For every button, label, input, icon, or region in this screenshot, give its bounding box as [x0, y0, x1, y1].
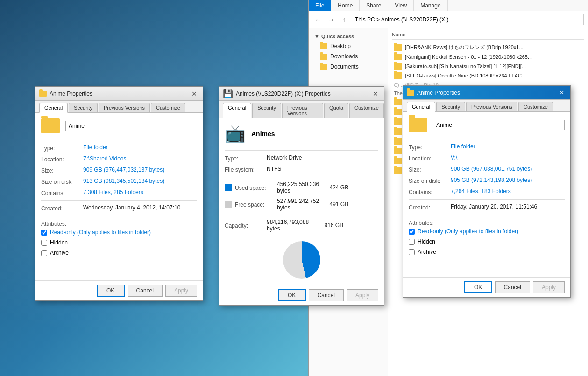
ribbon-tab-file[interactable]: File — [309, 0, 331, 11]
back-button[interactable]: ← — [312, 14, 324, 25]
close-icon[interactable]: ✕ — [371, 89, 380, 98]
dialog-right-title: Anime Properties — [417, 90, 557, 96]
size-on-disk-label: Size on disk: — [409, 177, 451, 184]
capacity-label: Capacity: — [225, 222, 267, 229]
folder-icon — [394, 148, 402, 154]
contains-value: 7,264 Files, 183 Folders — [451, 188, 565, 195]
dialog-middle-tabs: General Security Previous Versions Quota… — [219, 101, 384, 118]
sidebar-item-downloads[interactable]: Downloads — [309, 51, 388, 62]
forward-button[interactable]: → — [326, 14, 337, 25]
created-label: Created: — [409, 203, 451, 211]
capacity-row: Capacity: 984,216,793,088 bytes 916 GB — [225, 219, 378, 232]
archive-checkbox[interactable] — [409, 249, 415, 255]
address-bar[interactable] — [352, 14, 584, 25]
file-name: [Kamigami] Kekkai Sensen - 01 - 12 [1920… — [405, 54, 532, 60]
file-name: [Sakurato.sub] [Sin Nanatsu no Taizai] [… — [405, 63, 526, 69]
list-item[interactable]: [Sakurato.sub] [Sin Nanatsu no Taizai] [… — [392, 62, 584, 71]
dialog-middle-body: 📺 Animes Type: Network Drive File system… — [219, 118, 384, 285]
created-label: Created: — [41, 204, 83, 212]
hidden-label: Hidden — [418, 238, 435, 245]
close-icon[interactable]: ✕ — [557, 88, 567, 97]
tab-customize-right[interactable]: Customize — [518, 102, 553, 111]
location-row: Location: Z:\Shared Videos — [41, 155, 197, 163]
folder-icon — [320, 54, 327, 60]
cancel-button[interactable]: Cancel — [495, 281, 530, 293]
drive-name: Animes — [251, 130, 275, 138]
chevron-icon: ▼ — [314, 34, 319, 39]
used-space-gb: 424 GB — [330, 184, 379, 191]
apply-button[interactable]: Apply — [533, 281, 565, 293]
ribbon-tab-share[interactable]: Share — [360, 0, 388, 11]
free-space-bytes: 527,991,242,752 bytes — [277, 198, 326, 211]
sidebar-item-documents[interactable]: Documents — [309, 62, 388, 72]
ribbon-tab-manage[interactable]: Manage — [414, 0, 447, 11]
readonly-label: Read-only (Only applies to files in fold… — [418, 228, 518, 235]
hidden-checkbox[interactable] — [41, 240, 47, 246]
ribbon-tab-home[interactable]: Home — [331, 0, 360, 11]
tab-previous-versions-middle[interactable]: Previous Versions — [282, 103, 323, 118]
size-on-disk-row: Size on disk: 905 GB (972,143,198,208 by… — [409, 177, 565, 184]
ok-button[interactable]: OK — [97, 285, 125, 297]
size-row: Size: 909 GB (976,447,032,137 bytes) — [41, 167, 197, 174]
column-header-name: Name — [392, 32, 584, 40]
tab-previous-versions-right[interactable]: Previous Versions — [466, 102, 517, 111]
folder-icon — [394, 128, 402, 135]
folder-icon-large — [41, 118, 60, 133]
dialog-right: Anime Properties ✕ General Security Prev… — [403, 85, 571, 298]
list-item[interactable]: [SFEO-Raws] Occultic Nine (BD 1080P x264… — [392, 71, 584, 80]
readonly-checkbox[interactable] — [41, 230, 47, 236]
free-space-row: Free space: 527,991,242,752 bytes 491 GB — [225, 198, 378, 211]
size-row: Size: 900 GB (967,038,001,751 bytes) — [409, 166, 565, 173]
ok-button[interactable]: OK — [464, 281, 492, 293]
sidebar-item-desktop[interactable]: Desktop — [309, 41, 388, 51]
filesystem-row: File system: NTFS — [225, 166, 378, 173]
tab-general-left[interactable]: General — [39, 103, 68, 113]
readonly-checkbox[interactable] — [409, 229, 415, 235]
location-label: Location: — [409, 154, 451, 162]
ribbon-tab-view[interactable]: View — [388, 0, 414, 11]
size-label: Size: — [409, 166, 451, 173]
tab-security-left[interactable]: Security — [69, 103, 98, 112]
dialog-middle-title: Animes (\\LS220D22F) (X:) Properties — [236, 91, 371, 97]
dialog-left: Anime Properties ✕ General Security Prev… — [35, 86, 203, 301]
disk-chart — [283, 241, 320, 279]
tab-general-right[interactable]: General — [407, 102, 435, 112]
close-icon[interactable]: ✕ — [190, 89, 199, 98]
created-row: Created: Friday, January 20, 2017, 11:51… — [409, 203, 565, 211]
quick-access-section: ▼ Quick access Desktop Downloads Documen… — [309, 32, 388, 72]
quick-access-header: ▼ Quick access — [309, 32, 388, 41]
cancel-button[interactable]: Cancel — [128, 285, 163, 297]
tab-general-middle[interactable]: General — [223, 103, 251, 118]
folder-icon-large — [409, 118, 427, 132]
up-button[interactable]: ↑ — [339, 14, 350, 25]
apply-button[interactable]: Apply — [347, 289, 378, 301]
dialog-middle-footer: OK Cancel Apply — [219, 285, 384, 305]
tab-customize-middle[interactable]: Customize — [349, 103, 384, 118]
folder-name-input[interactable] — [65, 121, 197, 131]
cancel-button[interactable]: Cancel — [309, 289, 344, 301]
attributes-row: Attributes: Read-only (Only applies to f… — [409, 219, 565, 257]
tab-previous-versions-left[interactable]: Previous Versions — [99, 103, 150, 112]
created-value: Friday, January 20, 2017, 11:51:46 — [451, 203, 565, 210]
hidden-checkbox-row: Hidden — [409, 238, 435, 245]
hidden-checkbox[interactable] — [409, 239, 415, 245]
tab-security-right[interactable]: Security — [436, 102, 465, 111]
tab-quota-middle[interactable]: Quota — [324, 103, 348, 118]
dialog-middle: 💾 Animes (\\LS220D22F) (X:) Properties ✕… — [219, 86, 384, 306]
tab-security-middle[interactable]: Security — [252, 103, 281, 118]
ok-button[interactable]: OK — [278, 289, 306, 301]
drive-icon-title: 💾 — [223, 89, 233, 99]
location-label: Location: — [41, 155, 83, 163]
size-value: 900 GB (967,038,001,751 bytes) — [451, 166, 565, 172]
archive-checkbox[interactable] — [41, 250, 47, 256]
readonly-label: Read-only (Only applies to files in fold… — [50, 229, 151, 236]
list-item[interactable]: [Kamigami] Kekkai Sensen - 01 - 12 [1920… — [392, 52, 584, 62]
list-item[interactable]: [DHR&ANK-Raws] けものフレンズ (BDrip 1920x1... — [392, 42, 584, 52]
type-row: Type: File folder — [409, 143, 565, 151]
tab-customize-left[interactable]: Customize — [151, 103, 185, 112]
free-space-gb: 491 GB — [330, 201, 379, 208]
type-value: File folder — [451, 143, 565, 150]
apply-button[interactable]: Apply — [165, 285, 197, 297]
size-label: Size: — [41, 167, 83, 174]
folder-name-input[interactable] — [433, 120, 565, 130]
